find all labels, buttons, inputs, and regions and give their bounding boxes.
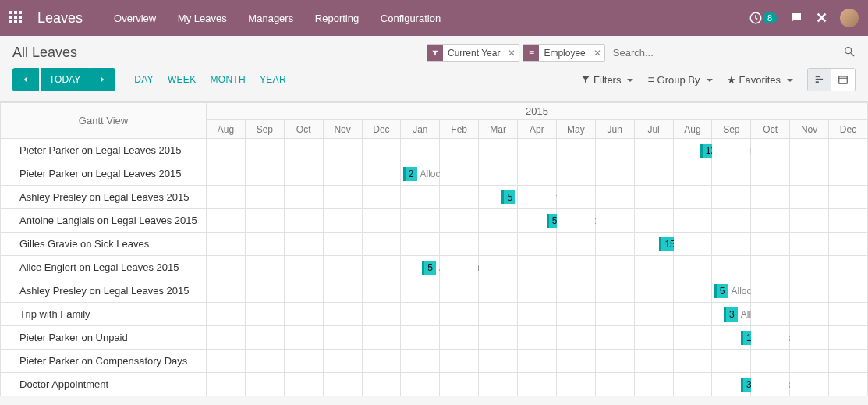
gantt-cell[interactable] <box>245 279 284 303</box>
gantt-cell[interactable]: 1Allocation <box>712 326 751 350</box>
gantt-cell[interactable] <box>556 186 595 209</box>
gantt-cell[interactable] <box>673 233 712 256</box>
gantt-cell[interactable] <box>284 209 323 233</box>
gantt-cell[interactable] <box>790 209 829 233</box>
gantt-cell[interactable] <box>751 139 790 162</box>
gantt-cell[interactable] <box>401 209 440 233</box>
gantt-cell[interactable] <box>712 209 751 233</box>
gantt-cell[interactable] <box>595 139 634 162</box>
gantt-cell[interactable] <box>790 186 829 209</box>
gantt-cell[interactable]: 5Allocation <box>479 186 518 209</box>
gantt-cell[interactable] <box>518 139 557 162</box>
gantt-cell[interactable] <box>479 303 518 326</box>
gantt-cell[interactable] <box>673 162 712 186</box>
gantt-cell[interactable] <box>634 326 673 350</box>
gantt-row-label[interactable]: Doctor Appointment <box>1 373 207 396</box>
gantt-cell[interactable] <box>829 209 868 233</box>
gantt-bar[interactable]: 1Allocation <box>741 331 746 345</box>
gantt-row-label[interactable]: Trip with Family <box>1 303 207 326</box>
gantt-cell[interactable] <box>401 303 440 326</box>
gantt-cell[interactable] <box>556 279 595 303</box>
gantt-cell[interactable] <box>634 139 673 162</box>
facet-remove-icon[interactable]: ✕ <box>505 48 519 59</box>
gantt-cell[interactable] <box>751 162 790 186</box>
gantt-cell[interactable] <box>673 326 712 350</box>
gantt-cell[interactable] <box>479 233 518 256</box>
gantt-cell[interactable] <box>362 256 401 279</box>
gantt-cell[interactable] <box>634 162 673 186</box>
gantt-cell[interactable] <box>440 373 479 396</box>
gantt-cell[interactable] <box>751 186 790 209</box>
gantt-row-label[interactable]: Pieter Parker on Unpaid <box>1 326 207 350</box>
gantt-cell[interactable] <box>401 139 440 162</box>
gantt-cell[interactable] <box>440 256 479 279</box>
gantt-cell[interactable] <box>595 350 634 373</box>
gantt-cell[interactable] <box>634 209 673 233</box>
gantt-cell[interactable] <box>362 186 401 209</box>
gantt-cell[interactable] <box>556 209 595 233</box>
gantt-cell[interactable] <box>634 303 673 326</box>
gantt-cell[interactable] <box>595 373 634 396</box>
gantt-cell[interactable] <box>284 303 323 326</box>
gantt-cell[interactable] <box>401 279 440 303</box>
search-icon[interactable] <box>843 45 856 60</box>
nav-overview[interactable]: Overview <box>114 12 156 24</box>
gantt-cell[interactable] <box>790 303 829 326</box>
gantt-cell[interactable] <box>440 139 479 162</box>
scale-day[interactable]: DAY <box>134 74 154 85</box>
gantt-bar[interactable]: 2Allocation <box>403 167 408 181</box>
gantt-cell[interactable] <box>518 326 557 350</box>
scale-week[interactable]: WEEK <box>168 74 197 85</box>
gantt-cell[interactable] <box>323 139 362 162</box>
gantt-cell[interactable] <box>207 139 246 162</box>
gantt-cell[interactable] <box>556 256 595 279</box>
gantt-cell[interactable] <box>595 256 634 279</box>
scale-year[interactable]: YEAR <box>260 74 286 85</box>
gantt-cell[interactable] <box>595 186 634 209</box>
gantt-cell[interactable] <box>245 326 284 350</box>
gantt-cell[interactable] <box>362 350 401 373</box>
gantt-cell[interactable] <box>518 256 557 279</box>
activity-icon[interactable]: 8 <box>749 11 777 25</box>
gantt-cell[interactable] <box>207 373 246 396</box>
gantt-cell[interactable] <box>401 326 440 350</box>
gantt-cell[interactable]: 3Allocation <box>712 373 751 396</box>
gantt-cell[interactable] <box>634 186 673 209</box>
gantt-cell[interactable] <box>556 162 595 186</box>
gantt-cell[interactable] <box>479 373 518 396</box>
fullscreen-close-icon[interactable]: ✕ <box>816 9 827 27</box>
gantt-cell[interactable] <box>323 350 362 373</box>
gantt-cell[interactable] <box>829 326 868 350</box>
gantt-cell[interactable] <box>207 209 246 233</box>
view-gantt-button[interactable] <box>808 69 831 91</box>
gantt-cell[interactable] <box>790 256 829 279</box>
gantt-row-label[interactable]: Pieter Parker on Compensatory Days <box>1 350 207 373</box>
today-button[interactable]: TODAY <box>41 68 89 91</box>
gantt-cell[interactable] <box>362 139 401 162</box>
gantt-cell[interactable] <box>751 279 790 303</box>
gantt-cell[interactable] <box>323 373 362 396</box>
gantt-cell[interactable] <box>440 162 479 186</box>
gantt-cell[interactable] <box>595 162 634 186</box>
gantt-cell[interactable] <box>245 209 284 233</box>
gantt-cell[interactable] <box>790 139 829 162</box>
gantt-cell[interactable] <box>518 303 557 326</box>
gantt-cell[interactable] <box>673 350 712 373</box>
gantt-cell[interactable] <box>673 186 712 209</box>
gantt-cell[interactable] <box>323 279 362 303</box>
gantt-cell[interactable] <box>751 326 790 350</box>
gantt-cell[interactable]: 5Allocation <box>401 256 440 279</box>
gantt-cell[interactable] <box>712 256 751 279</box>
gantt-bar[interactable]: 3Allocation <box>741 378 746 392</box>
gantt-cell[interactable] <box>790 373 829 396</box>
next-button[interactable] <box>89 68 115 91</box>
gantt-cell[interactable] <box>829 162 868 186</box>
gantt-cell[interactable] <box>518 233 557 256</box>
gantt-row-label[interactable]: Ashley Presley on Legal Leaves 2015 <box>1 186 207 209</box>
gantt-cell[interactable] <box>479 209 518 233</box>
gantt-cell[interactable] <box>673 373 712 396</box>
gantt-cell[interactable] <box>479 256 518 279</box>
gantt-cell[interactable] <box>634 350 673 373</box>
prev-button[interactable] <box>12 68 39 91</box>
search-input[interactable] <box>608 44 843 62</box>
